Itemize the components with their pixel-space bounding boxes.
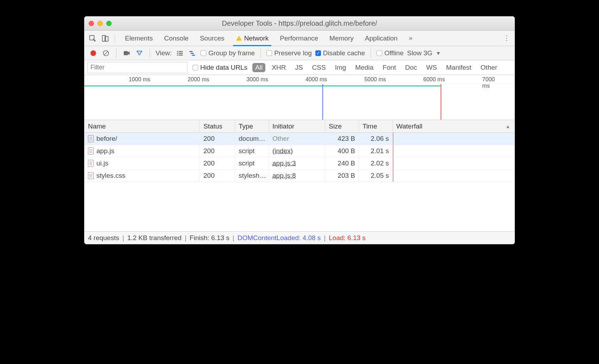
- filter-bar: Hide data URLs AllXHRJSCSSImgMediaFontDo…: [84, 60, 515, 75]
- cell-name: app.js: [84, 145, 200, 157]
- type-filter-manifest[interactable]: Manifest: [443, 63, 474, 72]
- svg-rect-11: [177, 55, 178, 56]
- type-filter-other[interactable]: Other: [478, 63, 500, 72]
- table-row[interactable]: before/200docum…Other423 B2.06 s: [84, 133, 515, 145]
- panel-tabs: ElementsConsoleSourcesNetworkPerformance…: [84, 31, 515, 46]
- disable-cache-checkbox[interactable]: ✓: [315, 50, 321, 56]
- svg-rect-12: [179, 55, 183, 56]
- cell-size: 203 B: [325, 170, 359, 182]
- preserve-log-checkbox[interactable]: [266, 50, 272, 56]
- tab-console[interactable]: Console: [158, 31, 194, 46]
- camera-icon[interactable]: [122, 50, 131, 56]
- timeline-tick: 3000 ms: [247, 76, 268, 83]
- column-initiator[interactable]: Initiator: [269, 120, 325, 132]
- column-status[interactable]: Status: [200, 120, 235, 132]
- svg-rect-7: [177, 51, 178, 52]
- column-name[interactable]: Name: [84, 120, 200, 132]
- type-filter-ws[interactable]: WS: [423, 63, 440, 72]
- zoom-window[interactable]: [106, 21, 112, 26]
- overflow-tabs[interactable]: »: [405, 34, 416, 42]
- cell-time: 2.06 s: [359, 133, 393, 145]
- cell-type: docum…: [235, 133, 269, 145]
- filter-input[interactable]: [87, 62, 188, 73]
- divider: [115, 34, 115, 43]
- offline-checkbox[interactable]: [377, 50, 382, 56]
- cell-size: 400 B: [325, 145, 359, 157]
- status-transferred: 1.2 KB transferred: [127, 234, 182, 242]
- preserve-log[interactable]: Preserve log: [266, 49, 312, 57]
- group-by-frame-label: Group by frame: [208, 49, 255, 57]
- load-marker: [441, 84, 441, 120]
- view-label: View:: [156, 49, 172, 57]
- file-icon: [88, 148, 94, 155]
- minimize-window[interactable]: [97, 21, 103, 26]
- dcl-marker: [322, 84, 323, 120]
- load-marker: [393, 157, 393, 169]
- throttle-select[interactable]: Slow 3G: [407, 49, 433, 57]
- cell-time: 2.01 s: [359, 145, 393, 157]
- devtools-menu-icon[interactable]: ⋮: [502, 34, 512, 42]
- type-filter-xhr[interactable]: XHR: [269, 63, 289, 72]
- tab-performance[interactable]: Performance: [274, 31, 324, 46]
- table-row[interactable]: app.js200script(index)400 B2.01 s: [84, 145, 515, 157]
- offline-label: Offline: [384, 49, 404, 57]
- type-filter-img[interactable]: Img: [332, 63, 349, 72]
- chevron-down-icon[interactable]: ▼: [436, 50, 441, 56]
- clear-button[interactable]: [101, 50, 111, 57]
- table-body: before/200docum…Other423 B2.06 sapp.js20…: [84, 133, 515, 182]
- filter-toggle-icon[interactable]: [135, 50, 144, 57]
- table-row[interactable]: styles.css200stylesh…app.js:8203 B2.05 s: [84, 170, 515, 182]
- type-filter-font[interactable]: Font: [380, 63, 399, 72]
- type-filter-doc[interactable]: Doc: [402, 63, 420, 72]
- cell-waterfall: [393, 133, 515, 145]
- column-time[interactable]: Time: [359, 120, 393, 132]
- svg-rect-8: [179, 51, 183, 52]
- table-row[interactable]: ui.js200scriptapp.js:3240 B2.02 s: [84, 157, 515, 170]
- tab-elements[interactable]: Elements: [119, 31, 158, 46]
- tab-network[interactable]: Network: [230, 31, 275, 46]
- column-size[interactable]: Size: [325, 120, 359, 132]
- initiator-link[interactable]: (index): [272, 147, 293, 155]
- status-finish: Finish: 6.13 s: [190, 234, 229, 242]
- disable-cache[interactable]: ✓ Disable cache: [315, 49, 365, 57]
- status-bar: 4 requests| 1.2 KB transferred| Finish: …: [84, 231, 515, 244]
- cell-waterfall: [393, 145, 515, 157]
- group-by-frame-checkbox[interactable]: [201, 50, 206, 56]
- tab-sources[interactable]: Sources: [194, 31, 230, 46]
- timeline-tick: 6000 ms: [423, 76, 445, 83]
- timeline-tick: 4000 ms: [305, 76, 327, 83]
- column-waterfall[interactable]: Waterfall▲: [393, 120, 515, 132]
- record-button[interactable]: [89, 50, 98, 56]
- device-toolbar-icon[interactable]: [100, 33, 111, 44]
- svg-rect-3: [239, 37, 239, 39]
- initiator-link[interactable]: app.js:8: [272, 172, 296, 180]
- view-list-icon[interactable]: [175, 50, 184, 56]
- initiator-link[interactable]: app.js:3: [272, 159, 296, 167]
- tab-memory[interactable]: Memory: [324, 31, 359, 46]
- type-filter-media[interactable]: Media: [352, 63, 376, 72]
- group-by-frame[interactable]: Group by frame: [201, 49, 255, 57]
- status-requests: 4 requests: [88, 234, 119, 242]
- table-header: NameStatusTypeInitiatorSizeTimeWaterfall…: [84, 120, 515, 133]
- column-type[interactable]: Type: [235, 120, 269, 132]
- timeline-overview[interactable]: 1000 ms2000 ms3000 ms4000 ms5000 ms6000 …: [84, 75, 515, 120]
- file-icon: [88, 160, 94, 167]
- view-waterfall-icon[interactable]: [188, 50, 197, 56]
- type-filter-all[interactable]: All: [252, 63, 265, 72]
- offline[interactable]: Offline: [377, 49, 404, 57]
- timeline-body: [84, 84, 515, 120]
- hide-data-urls[interactable]: Hide data URLs: [193, 64, 247, 71]
- load-marker: [393, 145, 393, 157]
- cell-name: ui.js: [84, 157, 200, 169]
- cell-type: script: [235, 145, 269, 157]
- type-filter-css[interactable]: CSS: [309, 63, 329, 72]
- type-filter-js[interactable]: JS: [292, 63, 305, 72]
- tab-application[interactable]: Application: [359, 31, 403, 46]
- cell-initiator: Other: [269, 133, 325, 145]
- cell-initiator: app.js:8: [269, 170, 325, 182]
- close-window[interactable]: [89, 21, 94, 26]
- inspect-element-icon[interactable]: [87, 33, 98, 44]
- window-title: Developer Tools - https://preload.glitch…: [84, 19, 515, 27]
- hide-data-urls-checkbox[interactable]: [193, 65, 198, 70]
- cell-status: 200: [200, 133, 235, 145]
